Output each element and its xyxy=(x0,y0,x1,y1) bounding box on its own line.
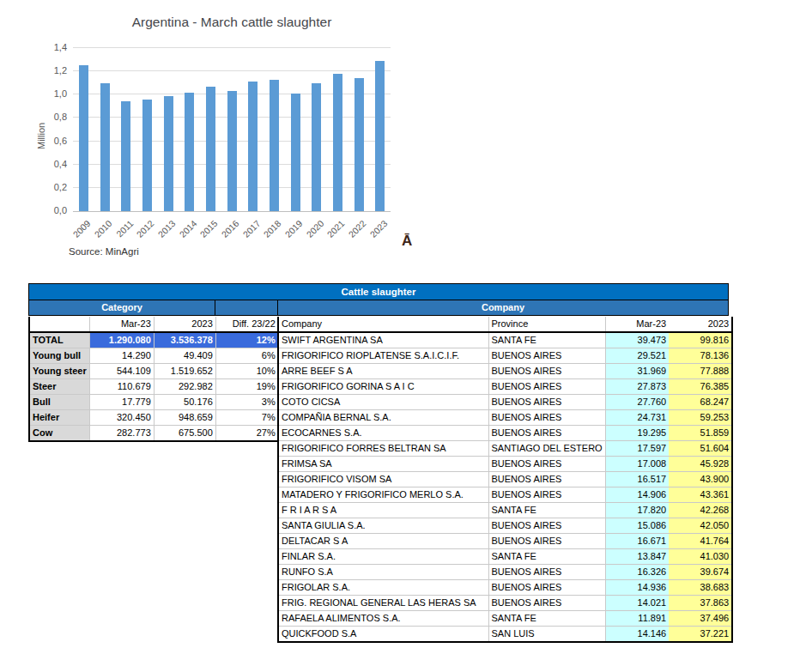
company-mar23-cell[interactable]: 31.969 xyxy=(605,364,669,379)
company-col-header-mar23[interactable]: Mar-23 xyxy=(605,317,669,332)
company-2023-cell[interactable]: 38.683 xyxy=(669,580,732,596)
company-province-cell[interactable]: BUENOS AIRES xyxy=(488,518,605,534)
company-col-header-province[interactable]: Province xyxy=(488,317,605,332)
company-name-cell[interactable]: SWIFT ARGENTINA SA xyxy=(278,332,488,348)
table-title-cell[interactable]: Cattle slaughter xyxy=(29,284,729,300)
category-col-header-2023[interactable]: 2023 xyxy=(154,317,215,332)
company-2023-cell[interactable]: 42.268 xyxy=(669,503,732,518)
company-province-cell[interactable]: BUENOS AIRES xyxy=(488,534,605,549)
category-diff-cell[interactable]: 6% xyxy=(215,348,278,364)
company-mar23-cell[interactable]: 16.326 xyxy=(605,565,669,580)
company-2023-cell[interactable]: 76.385 xyxy=(669,379,732,395)
company-name-cell[interactable]: MATADERO Y FRIGORIFICO MERLO S.A. xyxy=(278,487,488,503)
category-mar23-cell[interactable]: 544.109 xyxy=(89,364,154,379)
company-2023-cell[interactable]: 37.221 xyxy=(669,627,732,643)
company-2023-cell[interactable]: 39.674 xyxy=(669,565,732,580)
company-province-cell[interactable]: BUENOS AIRES xyxy=(488,565,605,580)
company-mar23-cell[interactable]: 16.517 xyxy=(605,472,669,487)
company-province-cell[interactable]: SANTA FE xyxy=(488,332,605,348)
category-mar23-cell[interactable]: 282.773 xyxy=(89,426,154,442)
category-mar23-cell[interactable]: 320.450 xyxy=(89,410,154,426)
company-province-cell[interactable]: SANTA FE xyxy=(488,549,605,565)
category-2023-cell[interactable]: 49.409 xyxy=(154,348,215,364)
company-2023-cell[interactable]: 59.253 xyxy=(669,410,732,426)
category-2023-cell[interactable]: 675.500 xyxy=(154,426,215,442)
company-province-cell[interactable]: SANTA FE xyxy=(488,503,605,518)
company-name-cell[interactable]: FRIGOLAR S.A. xyxy=(278,580,488,596)
company-mar23-cell[interactable]: 17.597 xyxy=(605,441,669,457)
company-name-cell[interactable]: ARRE BEEF S A xyxy=(278,364,488,379)
category-2023-cell[interactable]: 3.536.378 xyxy=(154,332,215,348)
category-diff-cell[interactable]: 12% xyxy=(215,332,278,348)
company-name-cell[interactable]: FINLAR S.A. xyxy=(278,549,488,565)
company-mar23-cell[interactable]: 14.021 xyxy=(605,596,669,611)
category-diff-cell[interactable]: 27% xyxy=(215,426,278,442)
company-2023-cell[interactable]: 41.030 xyxy=(669,549,732,565)
company-mar23-cell[interactable]: 16.671 xyxy=(605,534,669,549)
company-2023-cell[interactable]: 37.496 xyxy=(669,611,732,627)
company-name-cell[interactable]: RAFAELA ALIMENTOS S.A. xyxy=(278,611,488,627)
category-row-label[interactable]: Heifer xyxy=(29,410,89,426)
category-diff-cell[interactable]: 19% xyxy=(215,379,278,395)
category-diff-cell[interactable]: 10% xyxy=(215,364,278,379)
company-mar23-cell[interactable]: 39.473 xyxy=(605,332,669,348)
company-col-header-2023[interactable]: 2023 xyxy=(669,317,732,332)
category-section-header[interactable]: Category xyxy=(29,300,215,316)
category-mar23-cell[interactable]: 1.290.080 xyxy=(89,332,154,348)
category-row-label[interactable]: Young steer xyxy=(29,364,89,379)
category-2023-cell[interactable]: 948.659 xyxy=(154,410,215,426)
company-province-cell[interactable]: BUENOS AIRES xyxy=(488,472,605,487)
company-province-cell[interactable]: BUENOS AIRES xyxy=(488,395,605,410)
company-name-cell[interactable]: FRIGORIFICO GORINA S A I C xyxy=(278,379,488,395)
company-name-cell[interactable]: COMPAÑIA BERNAL S.A. xyxy=(278,410,488,426)
category-diff-cell[interactable]: 3% xyxy=(215,395,278,410)
category-2023-cell[interactable]: 1.519.652 xyxy=(154,364,215,379)
company-name-cell[interactable]: FRIGORIFICO VISOM SA xyxy=(278,472,488,487)
company-mar23-cell[interactable]: 27.760 xyxy=(605,395,669,410)
company-2023-cell[interactable]: 51.604 xyxy=(669,441,732,457)
company-mar23-cell[interactable]: 17.008 xyxy=(605,457,669,472)
company-mar23-cell[interactable]: 29.521 xyxy=(605,348,669,364)
company-name-cell[interactable]: ECOCARNES S.A. xyxy=(278,426,488,441)
company-2023-cell[interactable]: 68.247 xyxy=(669,395,732,410)
company-province-cell[interactable]: BUENOS AIRES xyxy=(488,364,605,379)
company-2023-cell[interactable]: 51.859 xyxy=(669,426,732,441)
company-province-cell[interactable]: SANTA FE xyxy=(488,611,605,627)
company-2023-cell[interactable]: 77.888 xyxy=(669,364,732,379)
category-col-header-blank[interactable] xyxy=(29,317,89,332)
company-province-cell[interactable]: SAN LUIS xyxy=(488,627,605,643)
company-province-cell[interactable]: SANTIAGO DEL ESTERO xyxy=(488,441,605,457)
category-row-label[interactable]: Young bull xyxy=(29,348,89,364)
company-province-cell[interactable]: BUENOS AIRES xyxy=(488,457,605,472)
company-mar23-cell[interactable]: 19.295 xyxy=(605,426,669,441)
company-province-cell[interactable]: BUENOS AIRES xyxy=(488,348,605,364)
company-2023-cell[interactable]: 99.816 xyxy=(669,332,732,348)
company-name-cell[interactable]: FRIMSA SA xyxy=(278,457,488,472)
company-mar23-cell[interactable]: 14.906 xyxy=(605,487,669,503)
category-mar23-cell[interactable]: 14.290 xyxy=(89,348,154,364)
company-name-cell[interactable]: RUNFO S.A xyxy=(278,565,488,580)
category-col-header-mar23[interactable]: Mar-23 xyxy=(89,317,154,332)
company-name-cell[interactable]: QUICKFOOD S.A xyxy=(278,627,488,643)
company-2023-cell[interactable]: 41.764 xyxy=(669,534,732,549)
company-name-cell[interactable]: COTO CICSA xyxy=(278,395,488,410)
category-row-label[interactable]: TOTAL xyxy=(29,332,89,348)
category-col-header-diff[interactable]: Diff. 23/22 xyxy=(215,317,278,332)
company-name-cell[interactable]: SANTA GIULIA S.A. xyxy=(278,518,488,534)
company-mar23-cell[interactable]: 14.936 xyxy=(605,580,669,596)
company-2023-cell[interactable]: 78.136 xyxy=(669,348,732,364)
company-province-cell[interactable]: BUENOS AIRES xyxy=(488,596,605,611)
section-header-spacer-cell[interactable] xyxy=(215,300,278,316)
category-diff-cell[interactable]: 7% xyxy=(215,410,278,426)
company-province-cell[interactable]: BUENOS AIRES xyxy=(488,410,605,426)
company-name-cell[interactable]: DELTACAR S A xyxy=(278,534,488,549)
category-mar23-cell[interactable]: 17.779 xyxy=(89,395,154,410)
company-name-cell[interactable]: FRIG. REGIONAL GENERAL LAS HERAS SA xyxy=(278,596,488,611)
category-row-label[interactable]: Cow xyxy=(29,426,89,442)
company-province-cell[interactable]: BUENOS AIRES xyxy=(488,580,605,596)
company-province-cell[interactable]: BUENOS AIRES xyxy=(488,487,605,503)
company-mar23-cell[interactable]: 27.873 xyxy=(605,379,669,395)
company-province-cell[interactable]: BUENOS AIRES xyxy=(488,379,605,395)
company-mar23-cell[interactable]: 17.820 xyxy=(605,503,669,518)
company-name-cell[interactable]: FRIGORIFICO RIOPLATENSE S.A.I.C.I.F. xyxy=(278,348,488,364)
